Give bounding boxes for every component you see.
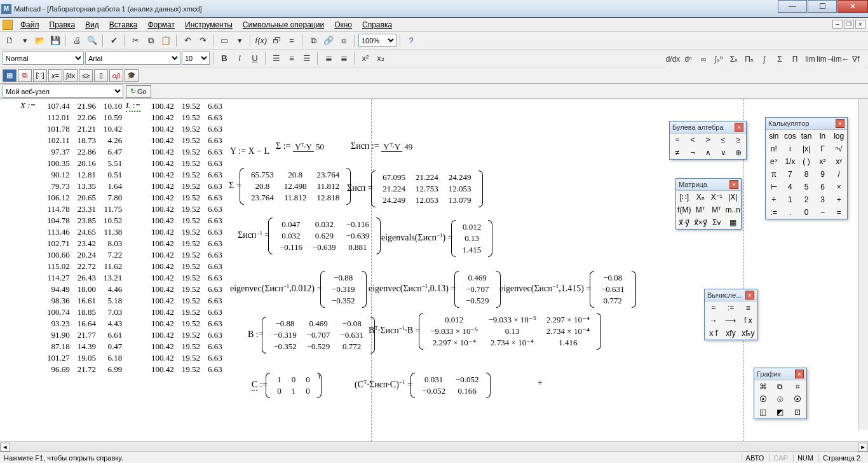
horizontal-scrollbar[interactable]: ◄ ► (0, 441, 868, 452)
palette-cell[interactable]: ⧉ (771, 380, 789, 393)
symbolic-palette-button[interactable]: 🎓 (125, 69, 139, 82)
palette-cell[interactable]: π (766, 168, 782, 181)
web-site-combo[interactable]: Мой веб-узел (3, 85, 123, 98)
palette-cell[interactable]: i (782, 142, 799, 155)
spellcheck-button[interactable]: ✔ (107, 34, 121, 48)
palette-cell[interactable]: 1/x (782, 155, 799, 168)
menu-tools[interactable]: Инструменты (180, 19, 238, 31)
palette-cell[interactable]: ⦿ (789, 393, 806, 406)
menu-file[interactable]: Файл (15, 19, 44, 31)
palette-cell[interactable]: xʸ (831, 155, 847, 168)
palette-cell[interactable]: ÷ (766, 193, 782, 206)
palette-cell[interactable]: ∨ (715, 146, 731, 159)
menu-window[interactable]: Окно (329, 19, 357, 31)
palette-cell[interactable]: ¬ (685, 146, 700, 159)
palette-cell[interactable]: 7 (782, 168, 799, 181)
align-dropdown[interactable]: ▾ (233, 34, 247, 48)
boolean-palette[interactable]: Булева алгебра× =<>≤≥≠¬∧∨⊕ (669, 121, 747, 160)
mdi-restore-button[interactable]: ❐ (844, 20, 854, 29)
limit-left-icon[interactable]: lim← (834, 52, 848, 66)
palette-cell[interactable]: Σv (709, 216, 725, 229)
palette-cell[interactable]: ⊢ (766, 181, 782, 193)
palette-cell[interactable]: f(M) (676, 204, 693, 216)
palette-cell[interactable]: 9 (815, 168, 831, 181)
scroll-left-button[interactable]: ◄ (0, 443, 10, 452)
palette-cell[interactable]: ≡ (740, 301, 757, 314)
style-combo[interactable]: Normal (3, 52, 84, 65)
palette-cell[interactable]: ⦿ (754, 393, 771, 406)
graph-palette-button[interactable]: ⧉ (18, 69, 32, 82)
palette-cell[interactable]: < (685, 134, 700, 146)
redo-button[interactable]: ↷ (196, 34, 210, 48)
palette-cell[interactable]: n! (766, 142, 782, 155)
palette-cell[interactable]: + (831, 193, 847, 206)
insert-function-button[interactable]: f(x) (254, 34, 268, 48)
palette-cell[interactable]: := (766, 206, 782, 219)
menu-view[interactable]: Вид (80, 19, 104, 31)
palette-cell[interactable]: ⌘ (754, 380, 771, 393)
evaluation-palette[interactable]: Вычисле...× =:=≡→⟶f xx fxfyxfₙy (704, 289, 757, 340)
palette-cell[interactable]: tan (798, 130, 815, 142)
palette-cell[interactable]: ( ) (798, 155, 815, 168)
align-left-button[interactable]: ☰ (269, 52, 283, 66)
palette-cell[interactable]: ⌗ (789, 380, 806, 393)
palette-cell[interactable]: X⁻¹ (709, 191, 725, 204)
palette-cell[interactable]: = (670, 134, 685, 146)
palette-cell[interactable]: 2 (798, 193, 815, 206)
graph-palette-close[interactable]: × (795, 370, 804, 378)
subscript-button[interactable]: x₂ (374, 52, 388, 66)
menu-insert[interactable]: Вставка (104, 19, 143, 31)
paste-button[interactable]: 📋 (159, 34, 173, 48)
calculator-palette-close[interactable]: × (836, 119, 844, 128)
palette-cell[interactable]: x⃗·y⃗ (676, 216, 693, 229)
bullets-button[interactable]: ≣ (322, 52, 336, 66)
align-center-button[interactable]: ≡ (285, 52, 299, 66)
bold-button[interactable]: B (217, 52, 231, 66)
new-dropdown[interactable]: ▾ (18, 34, 32, 48)
palette-cell[interactable]: − (815, 206, 831, 219)
menu-symbolics[interactable]: Символьные операции (238, 19, 329, 31)
insert-hyperlink-button[interactable]: 🔗 (322, 34, 336, 48)
palette-cell[interactable]: |X| (725, 191, 742, 204)
palette-cell[interactable]: |x| (798, 142, 815, 155)
palette-cell[interactable]: Xₙ (693, 191, 709, 204)
palette-cell[interactable]: ⁿ√ (831, 142, 847, 155)
mdi-minimize-button[interactable]: – (832, 20, 843, 29)
palette-cell[interactable]: ≥ (731, 134, 746, 146)
vertical-scrollbar[interactable] (858, 99, 868, 430)
open-button[interactable]: 📂 (33, 34, 47, 48)
palette-cell[interactable]: 4 (782, 181, 799, 193)
calculator-palette[interactable]: Калькулятор× sincostanlnlogn!i|x|Γⁿ√eˣ1/… (765, 117, 848, 219)
align-right-button[interactable]: ☰ (300, 52, 314, 66)
palette-cell[interactable]: ⦾ (771, 393, 789, 406)
palette-cell[interactable]: f x (740, 314, 757, 327)
palette-cell[interactable]: Mᵀ (693, 204, 709, 216)
matrix-palette[interactable]: Матрица× [∷]XₙX⁻¹|X|f(M)MᵀMᵀm..nx⃗·y⃗x⃗×… (675, 178, 742, 230)
insert-component-button[interactable]: ⧉ (306, 34, 320, 48)
palette-cell[interactable]: > (700, 134, 715, 146)
palette-cell[interactable]: 6 (815, 181, 831, 193)
greek-palette-button[interactable]: αβ (109, 69, 123, 82)
calculus-palette-button[interactable]: ∫dx (64, 69, 78, 82)
print-preview-button[interactable]: 🔍 (85, 34, 99, 48)
palette-cell[interactable]: m..n (725, 204, 742, 216)
calculator-palette-button[interactable]: ▦ (3, 69, 17, 82)
cut-button[interactable]: ✂ (128, 34, 142, 48)
matrix-palette-button[interactable]: [∷] (33, 69, 47, 82)
palette-cell[interactable]: := (722, 301, 739, 314)
superscript-button[interactable]: x² (358, 52, 372, 66)
palette-cell[interactable]: eˣ (766, 155, 782, 168)
palette-cell[interactable]: 0 (798, 206, 815, 219)
print-button[interactable]: 🖨 (70, 34, 84, 48)
mdi-close-button[interactable]: × (855, 20, 865, 29)
gradient-icon[interactable]: ∇f (849, 52, 863, 66)
palette-cell[interactable]: ◩ (771, 406, 789, 418)
window-close-button[interactable]: ✕ (837, 0, 868, 13)
product-icon[interactable]: Π (788, 52, 802, 66)
palette-cell[interactable]: × (831, 181, 847, 193)
limit-right-icon[interactable]: lim→ (818, 52, 832, 66)
scroll-right-button[interactable]: ► (858, 443, 868, 452)
limit-icon[interactable]: lim (803, 52, 817, 66)
sum-icon[interactable]: Σ (773, 52, 787, 66)
menu-help[interactable]: Справка (357, 19, 397, 31)
